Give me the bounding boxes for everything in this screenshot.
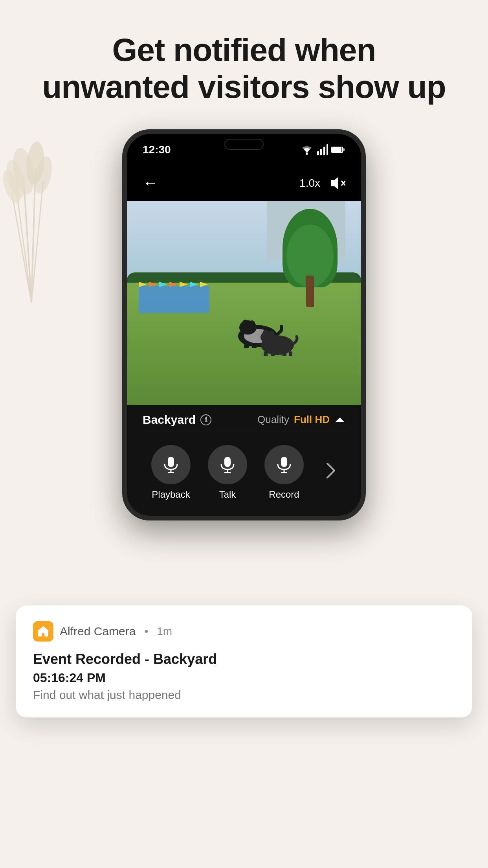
notch — [224, 139, 264, 150]
camera-name-row: Backyard ℹ Quality Full HD — [143, 413, 345, 433]
flag-4 — [169, 282, 177, 287]
camera-name-group: Backyard ℹ — [143, 413, 211, 427]
status-time: 12:30 — [143, 143, 171, 156]
tree — [283, 209, 338, 307]
talk-mic-icon — [219, 455, 236, 474]
status-icons — [300, 144, 345, 155]
more-controls-button[interactable] — [321, 462, 337, 483]
mute-icon[interactable] — [328, 175, 345, 191]
battery-icon — [331, 146, 345, 154]
svg-rect-14 — [327, 144, 328, 155]
svg-marker-49 — [37, 626, 49, 636]
tree-trunk — [306, 276, 314, 307]
vol-down-button — [122, 244, 124, 268]
flag-2 — [149, 282, 157, 287]
camera-controls: 1.0x — [299, 175, 345, 191]
svg-rect-18 — [332, 147, 341, 152]
zoom-level[interactable]: 1.0x — [299, 177, 320, 189]
playback-control[interactable]: Playback — [151, 445, 191, 500]
notification-app-name: Alfred Camera — [60, 625, 136, 638]
svg-marker-39 — [335, 417, 345, 422]
notification-card[interactable]: Alfred Camera • 1m Event Recorded - Back… — [16, 605, 472, 717]
svg-rect-46 — [281, 457, 287, 467]
talk-button-circle[interactable] — [208, 445, 247, 484]
app-icon — [33, 621, 53, 642]
flag-3 — [159, 282, 167, 287]
svg-rect-38 — [289, 351, 292, 356]
svg-rect-43 — [224, 457, 231, 467]
vol-up-button — [122, 213, 124, 236]
notification-header: Alfred Camera • 1m — [33, 621, 455, 642]
pool — [139, 286, 209, 313]
quality-label: Quality — [257, 414, 289, 426]
notification-separator: • — [144, 625, 148, 638]
notification-body: Find out what just happened — [33, 688, 455, 702]
record-mic-icon — [275, 455, 293, 474]
flag-6 — [190, 282, 198, 287]
svg-rect-11 — [317, 151, 319, 155]
svg-rect-13 — [323, 147, 325, 155]
pampas-decoration — [0, 98, 71, 304]
quality-group: Quality Full HD — [257, 414, 345, 426]
signal-icon — [317, 144, 328, 155]
camera-name-label: Backyard — [143, 413, 196, 427]
playback-mic-icon — [162, 455, 180, 474]
flag-1 — [139, 282, 147, 287]
svg-marker-19 — [331, 177, 338, 189]
record-control[interactable]: Record — [264, 445, 304, 500]
controls-row: Playback Talk — [143, 433, 345, 504]
svg-rect-40 — [168, 457, 174, 467]
chevron-right-icon — [325, 462, 337, 479]
svg-rect-16 — [343, 148, 345, 151]
pool-flags — [139, 282, 209, 290]
quality-value[interactable]: Full HD — [294, 414, 330, 426]
phone-frame: 12:30 — [122, 129, 366, 520]
flag-5 — [180, 282, 187, 287]
flag-7 — [200, 282, 208, 287]
back-button[interactable]: ← — [143, 174, 158, 192]
talk-label: Talk — [219, 489, 236, 500]
playback-button-circle[interactable] — [151, 445, 191, 484]
status-bar: 12:30 — [127, 134, 361, 166]
notification-title: Event Recorded - Backyard — [33, 651, 455, 668]
main-heading: Get notified when unwanted visitors show… — [24, 31, 464, 106]
camera-app-header: ← 1.0x — [127, 166, 361, 201]
quality-chevron-icon[interactable] — [334, 414, 345, 425]
dog-2 — [256, 321, 299, 354]
record-label: Record — [269, 489, 299, 500]
svg-point-10 — [306, 153, 308, 155]
svg-rect-27 — [244, 344, 249, 348]
info-button[interactable]: ℹ — [200, 414, 211, 425]
record-button-circle[interactable] — [264, 445, 304, 484]
talk-control[interactable]: Talk — [208, 445, 247, 500]
playback-label: Playback — [152, 489, 190, 500]
heading-section: Get notified when unwanted visitors show… — [0, 0, 488, 121]
phone-bottom-bar: Backyard ℹ Quality Full HD — [127, 405, 361, 516]
wifi-icon — [300, 144, 314, 155]
camera-feed — [127, 201, 361, 405]
svg-rect-35 — [264, 351, 268, 356]
svg-rect-37 — [283, 351, 286, 356]
phone-wrapper: 12:30 — [122, 129, 366, 520]
svg-rect-36 — [271, 351, 275, 356]
notification-timestamp: 05:16:24 PM — [33, 671, 455, 685]
notification-time: 1m — [157, 625, 172, 638]
alfred-camera-icon — [37, 625, 50, 638]
power-button — [364, 244, 366, 276]
svg-rect-12 — [320, 149, 322, 155]
page-wrapper: Get notified when unwanted visitors show… — [0, 0, 488, 868]
